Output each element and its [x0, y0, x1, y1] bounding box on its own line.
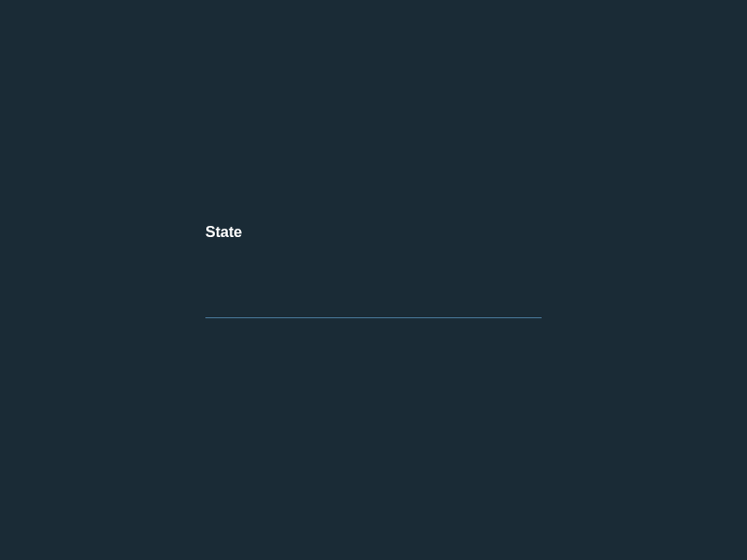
form-container: State — [205, 224, 542, 318]
state-input[interactable] — [205, 289, 542, 318]
state-label: State — [205, 224, 542, 241]
